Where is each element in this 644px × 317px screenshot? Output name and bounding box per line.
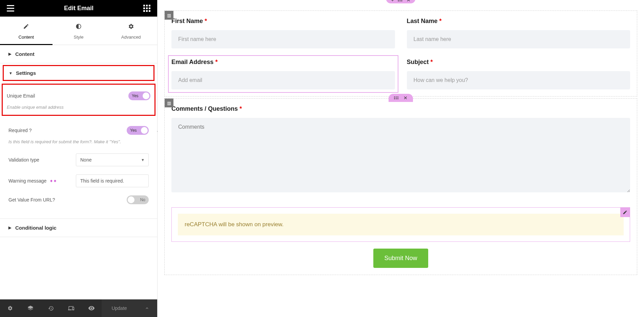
setting-get-value-url: Get Value From URL? No [0, 191, 157, 208]
section-mid-handle[interactable]: ✕ [389, 94, 413, 102]
section-conditional-logic-label: Conditional logic [15, 225, 57, 231]
section-conditional-logic-header[interactable]: ▶ Conditional logic [0, 219, 157, 237]
first-name-field-wrapper: First Name * [171, 18, 395, 48]
warning-message-input[interactable] [76, 174, 149, 187]
section-conditional-logic: ▶ Conditional logic [0, 218, 157, 237]
close-icon[interactable]: ✕ [407, 0, 411, 3]
first-name-label: First Name * [171, 18, 395, 25]
setting-validation-type: Validation type None ▼ [0, 149, 157, 170]
last-name-input[interactable] [407, 30, 630, 48]
unique-email-label: Unique Email [7, 93, 35, 99]
comments-textarea[interactable] [171, 118, 630, 192]
menu-icon[interactable] [7, 5, 14, 12]
required-description: Is this field is required for submit the… [8, 139, 149, 144]
caret-right-icon: ▶ [8, 52, 11, 56]
get-value-url-toggle[interactable]: No [127, 195, 149, 204]
sidebar-footer: Update [0, 299, 157, 317]
subject-input[interactable] [407, 71, 630, 89]
email-field-selected[interactable]: Email Address * [168, 55, 398, 93]
recaptcha-widget: reCAPTCHA will be shown on preview. [171, 207, 630, 242]
navigator-icon[interactable] [20, 299, 41, 317]
required-indicator: * [240, 105, 242, 112]
validation-type-label: Validation type [8, 157, 39, 163]
last-name-label: Last Name * [407, 18, 630, 25]
form-row-comments: Comments / Questions * [165, 99, 637, 200]
caret-right-icon: ▶ [8, 226, 11, 230]
form-section-2: ✕ ▥ Comments / Questions * reCAPTCHA wil… [164, 98, 637, 275]
form-row-1: First Name * Last Name * [165, 11, 637, 55]
required-indicator: * [205, 18, 207, 24]
toggle-text: Yes [132, 93, 139, 98]
column-handle-icon[interactable]: ▥ [165, 99, 173, 107]
email-input[interactable] [171, 71, 395, 89]
update-button[interactable]: Update [102, 299, 137, 317]
responsive-icon[interactable] [61, 299, 81, 317]
submit-button[interactable]: Submit Now [373, 249, 428, 268]
widgets-grid-icon[interactable] [143, 5, 150, 12]
subject-field-wrapper: Subject * [407, 59, 630, 89]
highlight-settings-header: ▼ Settings [3, 65, 154, 81]
unique-email-toggle[interactable]: Yes [128, 91, 150, 100]
unique-email-description: Enable unique email address [7, 105, 150, 110]
drag-icon[interactable] [394, 97, 398, 99]
panel-title: Edit Email [64, 5, 94, 12]
toggle-text: No [140, 197, 145, 202]
required-indicator: * [215, 59, 217, 65]
tab-style[interactable]: Style [53, 17, 105, 45]
tab-style-label: Style [74, 35, 84, 40]
subject-label: Subject * [407, 59, 630, 66]
column-handle-icon[interactable]: ▥ [165, 11, 173, 20]
circle-half-icon [76, 23, 82, 31]
pencil-icon [23, 23, 29, 31]
email-field-wrapper: Email Address * [171, 59, 395, 89]
tab-content[interactable]: Content [0, 17, 53, 45]
section-content: ▶ Content [0, 45, 157, 63]
setting-warning-message: Warning message ✦✦ [0, 170, 157, 191]
get-value-url-label: Get Value From URL? [8, 197, 55, 203]
section-content-header[interactable]: ▶ Content [0, 45, 157, 63]
expand-icon[interactable] [137, 299, 157, 317]
first-name-input[interactable] [171, 30, 395, 48]
form-row-2: Email Address * Subject * [165, 55, 637, 96]
comments-label: Comments / Questions * [171, 105, 630, 112]
canvas: + ✕ ▥ First Name * Last Name * [158, 0, 644, 317]
tab-advanced[interactable]: Advanced [105, 17, 157, 45]
toggle-text: Yes [130, 128, 137, 133]
tab-content-label: Content [19, 35, 34, 40]
last-name-field-wrapper: Last Name * [407, 18, 630, 48]
tab-advanced-label: Advanced [121, 35, 141, 40]
preview-icon[interactable] [81, 299, 102, 317]
history-icon[interactable] [41, 299, 61, 317]
editor-tabs: Content Style Advanced [0, 17, 157, 45]
warning-message-label: Warning message ✦✦ [8, 178, 57, 184]
section-handle-pill[interactable]: + ✕ [386, 0, 415, 3]
recaptcha-notice: reCAPTCHA will be shown on preview. [178, 214, 624, 235]
validation-type-select[interactable]: None [76, 153, 149, 166]
sidebar-header: Edit Email [0, 0, 157, 17]
comments-field-wrapper: Comments / Questions * [171, 105, 630, 194]
setting-required: Required ? Yes Is this field is required… [0, 119, 157, 149]
close-icon[interactable]: ✕ [403, 95, 408, 101]
gear-icon [128, 23, 134, 31]
edit-widget-icon[interactable] [620, 208, 630, 217]
section-top-handle: + ✕ [164, 0, 637, 2]
form-section-1: ▥ First Name * Last Name * Email A [164, 10, 637, 97]
required-indicator: * [431, 59, 433, 65]
drag-icon[interactable] [398, 0, 402, 1]
email-label: Email Address * [171, 59, 395, 66]
setting-unique-email: Unique Email Yes [7, 90, 150, 102]
section-settings-header[interactable]: ▼ Settings [7, 67, 150, 79]
section-settings-label: Settings [16, 70, 36, 76]
caret-down-icon: ▼ [9, 71, 13, 75]
required-label: Required ? [8, 128, 32, 133]
editor-sidebar: Edit Email Content Style Advanced [0, 0, 158, 317]
sparkle-icon: ✦✦ [49, 178, 57, 184]
plus-icon[interactable]: + [391, 0, 394, 3]
highlight-unique-email: Unique Email Yes Enable unique email add… [2, 84, 155, 116]
required-indicator: * [439, 18, 442, 24]
settings-icon[interactable] [0, 299, 20, 317]
required-toggle[interactable]: Yes [127, 126, 149, 135]
section-content-label: Content [15, 51, 35, 57]
